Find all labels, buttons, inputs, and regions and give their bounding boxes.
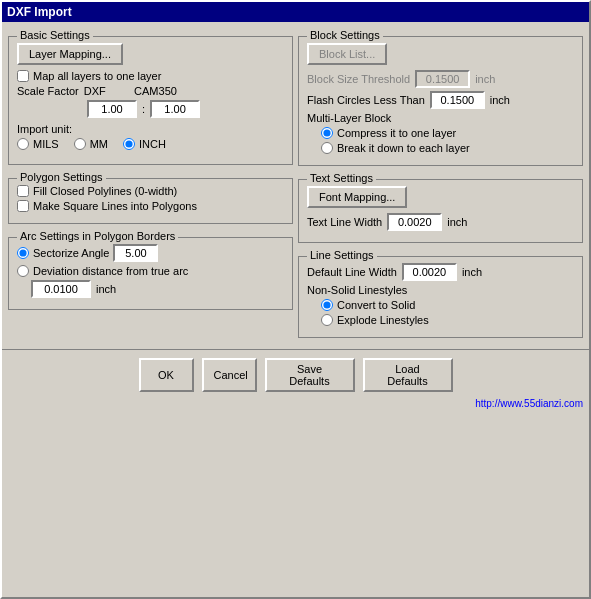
import-unit-label: Import unit: bbox=[17, 123, 72, 135]
ok-button[interactable]: OK bbox=[139, 358, 194, 392]
mm-radio[interactable] bbox=[74, 138, 86, 150]
make-square-row: Make Square Lines into Polygons bbox=[17, 200, 284, 212]
mils-radio[interactable] bbox=[17, 138, 29, 150]
flash-circles-row: Flash Circles Less Than 0.1500 inch bbox=[307, 91, 574, 109]
mm-option: MM bbox=[74, 138, 108, 150]
text-inch-label: inch bbox=[447, 216, 467, 228]
line-settings-group: Line Settings Default Line Width 0.0020 … bbox=[298, 256, 583, 338]
multi-layer-section: Multi-Layer Block Compress it to one lay… bbox=[307, 112, 574, 154]
dxf-scale-input[interactable]: 1.00 bbox=[87, 100, 137, 118]
deviation-input[interactable]: 0.0100 bbox=[31, 280, 91, 298]
basic-settings-label: Basic Settings bbox=[17, 29, 93, 41]
block-size-inch-label: inch bbox=[475, 73, 495, 85]
non-solid-section: Non-Solid Linestyles Convert to Solid Ex… bbox=[307, 284, 574, 326]
layer-mapping-button[interactable]: Layer Mapping... bbox=[17, 43, 123, 65]
font-mapping-button[interactable]: Font Mapping... bbox=[307, 186, 407, 208]
block-size-label: Block Size Threshold bbox=[307, 73, 410, 85]
right-column: Block Settings Block List... Block Size … bbox=[298, 28, 583, 338]
block-settings-group: Block Settings Block List... Block Size … bbox=[298, 36, 583, 166]
sectorize-input[interactable]: 5.00 bbox=[113, 244, 158, 262]
map-all-layers-label: Map all layers to one layer bbox=[33, 70, 161, 82]
title-bar: DXF Import bbox=[2, 2, 589, 22]
flash-circles-label: Flash Circles Less Than bbox=[307, 94, 425, 106]
deviation-inch-label: inch bbox=[96, 283, 116, 295]
import-unit-section: Import unit: MILS MM INCH bbox=[17, 123, 284, 153]
dxf-label: DXF bbox=[84, 85, 106, 97]
load-defaults-button[interactable]: Load Defaults bbox=[363, 358, 453, 392]
flash-circles-inch-label: inch bbox=[490, 94, 510, 106]
basic-settings-group: Basic Settings Layer Mapping... Map all … bbox=[8, 36, 293, 165]
text-line-width-label: Text Line Width bbox=[307, 216, 382, 228]
compress-radio[interactable] bbox=[321, 127, 333, 139]
convert-radio[interactable] bbox=[321, 299, 333, 311]
fill-closed-label: Fill Closed Polylines (0-width) bbox=[33, 185, 177, 197]
save-defaults-button[interactable]: Save Defaults bbox=[265, 358, 355, 392]
explode-row: Explode Linestyles bbox=[321, 314, 574, 326]
sectorize-radio[interactable] bbox=[17, 247, 29, 259]
break-row: Break it down to each layer bbox=[321, 142, 574, 154]
map-all-layers-checkbox[interactable] bbox=[17, 70, 29, 82]
explode-radio[interactable] bbox=[321, 314, 333, 326]
map-all-layers-row: Map all layers to one layer bbox=[17, 70, 284, 82]
inch-label: INCH bbox=[139, 138, 166, 150]
left-column: Basic Settings Layer Mapping... Map all … bbox=[8, 28, 293, 338]
polygon-settings-label: Polygon Settings bbox=[17, 171, 106, 183]
mm-label: MM bbox=[90, 138, 108, 150]
text-line-width-input[interactable]: 0.0020 bbox=[387, 213, 442, 231]
compress-row: Compress it to one layer bbox=[321, 127, 574, 139]
arc-settings-group: Arc Settings in Polygon Borders Sectoriz… bbox=[8, 237, 293, 310]
deviation-label: Deviation distance from true arc bbox=[33, 265, 188, 277]
block-list-button[interactable]: Block List... bbox=[307, 43, 387, 65]
fill-closed-checkbox[interactable] bbox=[17, 185, 29, 197]
scale-colon: : bbox=[142, 103, 145, 115]
watermark: http://www.55dianzi.com bbox=[2, 398, 589, 411]
text-settings-group: Text Settings Font Mapping... Text Line … bbox=[298, 179, 583, 243]
inch-radio[interactable] bbox=[123, 138, 135, 150]
block-size-input: 0.1500 bbox=[415, 70, 470, 88]
fill-closed-row: Fill Closed Polylines (0-width) bbox=[17, 185, 284, 197]
scale-separator bbox=[111, 85, 129, 97]
sectorize-label: Sectorize Angle bbox=[33, 247, 109, 259]
block-settings-label: Block Settings bbox=[307, 29, 383, 41]
import-unit-radio-row: MILS MM INCH bbox=[17, 138, 284, 153]
flash-circles-input[interactable]: 0.1500 bbox=[430, 91, 485, 109]
main-window: DXF Import Basic Settings Layer Mapping.… bbox=[0, 0, 591, 599]
main-content: Basic Settings Layer Mapping... Map all … bbox=[2, 22, 589, 344]
polygon-settings-group: Polygon Settings Fill Closed Polylines (… bbox=[8, 178, 293, 224]
break-radio[interactable] bbox=[321, 142, 333, 154]
sectorize-row: Sectorize Angle 5.00 bbox=[17, 244, 284, 262]
cam350-label: CAM350 bbox=[134, 85, 177, 97]
make-square-label: Make Square Lines into Polygons bbox=[33, 200, 197, 212]
default-line-inch-label: inch bbox=[462, 266, 482, 278]
deviation-radio[interactable] bbox=[17, 265, 29, 277]
window-title: DXF Import bbox=[7, 5, 72, 19]
mils-label: MILS bbox=[33, 138, 59, 150]
deviation-row: Deviation distance from true arc bbox=[17, 265, 284, 277]
non-solid-label: Non-Solid Linestyles bbox=[307, 284, 407, 296]
make-square-checkbox[interactable] bbox=[17, 200, 29, 212]
inch-option: INCH bbox=[123, 138, 166, 150]
default-line-width-row: Default Line Width 0.0020 inch bbox=[307, 263, 574, 281]
default-line-width-input[interactable]: 0.0020 bbox=[402, 263, 457, 281]
text-line-width-row: Text Line Width 0.0020 inch bbox=[307, 213, 574, 231]
block-size-row: Block Size Threshold 0.1500 inch bbox=[307, 70, 574, 88]
deviation-input-row: 0.0100 inch bbox=[31, 280, 284, 298]
scale-factor-row: Scale Factor DXF CAM350 bbox=[17, 85, 284, 97]
cancel-button[interactable]: Cancel bbox=[202, 358, 257, 392]
mils-option: MILS bbox=[17, 138, 59, 150]
multi-layer-label: Multi-Layer Block bbox=[307, 112, 391, 124]
convert-label: Convert to Solid bbox=[337, 299, 415, 311]
convert-row: Convert to Solid bbox=[321, 299, 574, 311]
explode-label: Explode Linestyles bbox=[337, 314, 429, 326]
break-label: Break it down to each layer bbox=[337, 142, 470, 154]
cam350-scale-input[interactable]: 1.00 bbox=[150, 100, 200, 118]
scale-values-row: 1.00 : 1.00 bbox=[87, 100, 284, 118]
scale-factor-label: Scale Factor bbox=[17, 85, 79, 97]
line-settings-label: Line Settings bbox=[307, 249, 377, 261]
text-settings-label: Text Settings bbox=[307, 172, 376, 184]
compress-label: Compress it to one layer bbox=[337, 127, 456, 139]
bottom-bar: OK Cancel Save Defaults Load Defaults bbox=[2, 349, 589, 398]
default-line-width-label: Default Line Width bbox=[307, 266, 397, 278]
arc-settings-label: Arc Settings in Polygon Borders bbox=[17, 230, 178, 242]
